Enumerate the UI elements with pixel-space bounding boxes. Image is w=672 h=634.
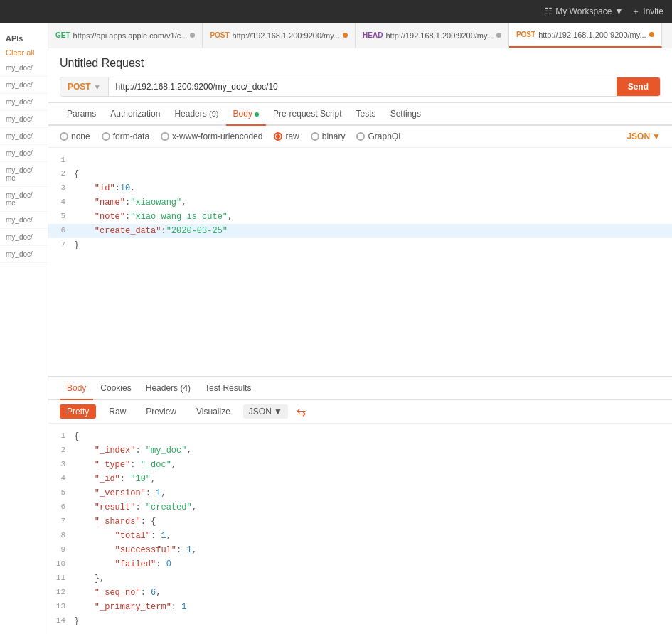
code-line: 12 "_seq_no": 6, (48, 586, 672, 600)
tab-authorization[interactable]: Authorization (103, 103, 167, 124)
invite-label[interactable]: ＋ Invite (631, 6, 663, 18)
invite-plus-icon: ＋ (631, 6, 640, 18)
method-label: POST (68, 82, 91, 92)
response-json-label: JSON (249, 407, 272, 417)
response-tabs: Body Cookies Headers (4) Test Results (48, 377, 672, 400)
code-line: 5 "_version": 1, (48, 486, 672, 500)
tab-get[interactable]: GET https://api.apps.apple.com/v1/c... (48, 23, 203, 48)
list-item[interactable]: my_doc/ (0, 246, 48, 263)
tab-post-2[interactable]: POST http://192.168.1.200:9200/my... (509, 23, 662, 48)
tab-method-post1: POST (210, 31, 229, 39)
send-button[interactable]: Send (617, 77, 660, 96)
tab-method-get: GET (55, 31, 70, 39)
code-line: 2 { (48, 167, 672, 181)
code-line: 2 "_index": "my_doc", (48, 444, 672, 458)
response-json-dropdown[interactable]: JSON ▼ (243, 404, 288, 419)
code-line: 1 (48, 154, 672, 167)
list-item[interactable]: my_doc/ (0, 212, 48, 229)
tab-dot-head (496, 33, 501, 38)
method-dropdown[interactable]: POST ▼ (60, 77, 109, 96)
sub-tabs: Params Authorization Headers (9) Body Pr… (48, 103, 672, 126)
response-code-editor: 1 { 2 "_index": "my_doc", 3 "_type": "_d… (48, 424, 672, 634)
tab-method-post2: POST (516, 31, 535, 38)
list-item[interactable]: my_doc/ (0, 229, 48, 246)
tab-head[interactable]: HEAD http://192.168.1.200:9200/my... (356, 23, 509, 48)
tab-url-head: http://192.168.1.200:9200/my... (385, 31, 493, 40)
radio-circle-raw (274, 132, 282, 141)
main-area: GET https://api.apps.apple.com/v1/c... P… (48, 23, 672, 634)
radio-circle-form-data (102, 132, 110, 141)
radio-urlencoded[interactable]: x-www-form-urlencoded (161, 131, 262, 141)
request-code-editor: 1 2 { 3 "id":10, 4 "name":"xiaowang", (48, 148, 672, 377)
code-line: 7 } (48, 238, 672, 252)
code-line: 4 "_id": "10", (48, 472, 672, 486)
response-section: Body Cookies Headers (4) Test Results Pr… (48, 377, 672, 634)
response-tab-test-results[interactable]: Test Results (198, 377, 258, 399)
app-layout: APIs Clear all my_doc/ my_doc/ my_doc/ m… (0, 23, 672, 634)
code-line: 10 "failed": 0 (48, 557, 672, 571)
code-line: 11 }, (48, 571, 672, 586)
json-format-chevron-icon: ▼ (652, 131, 661, 141)
url-input[interactable] (109, 77, 617, 96)
code-line: 6 "result": "created", (48, 500, 672, 515)
code-line: 5 "note":"xiao wang is cute", (48, 210, 672, 224)
tab-headers[interactable]: Headers (9) (167, 103, 225, 124)
sidebar-apis-label: APIs (0, 28, 48, 45)
response-raw-button[interactable]: Raw (102, 404, 133, 419)
code-line: 13 "_primary_term": 1 (48, 600, 672, 614)
radio-circle-urlencoded (161, 132, 169, 141)
radio-circle-graphql (356, 132, 365, 141)
radio-circle-none (60, 132, 68, 141)
code-line: 4 "name":"xiaowang", (48, 195, 672, 210)
response-json-chevron-icon: ▼ (274, 407, 282, 417)
radio-circle-binary (311, 132, 319, 141)
tab-url-get: https://api.apps.apple.com/v1/c... (73, 31, 188, 40)
response-options: Pretty Raw Preview Visualize JSON ▼ ⇆ (48, 400, 672, 424)
radio-form-data[interactable]: form-data (102, 131, 149, 141)
tab-url-post2: http://192.168.1.200:9200/my... (538, 31, 646, 39)
tab-method-head: HEAD (363, 31, 383, 39)
radio-graphql[interactable]: GraphQL (356, 131, 402, 141)
response-preview-button[interactable]: Preview (139, 404, 183, 419)
list-item[interactable]: my_doc/me (0, 162, 48, 187)
tab-pre-request[interactable]: Pre-request Script (266, 103, 349, 124)
radio-none[interactable]: none (60, 131, 90, 141)
response-wrap-icon[interactable]: ⇆ (297, 405, 306, 419)
radio-raw[interactable]: raw (274, 131, 299, 141)
request-url-bar: POST ▼ Send (60, 77, 661, 97)
code-line: 1 { (48, 429, 672, 444)
method-chevron-icon: ▼ (94, 83, 101, 91)
list-item[interactable]: my_doc/ (0, 128, 48, 145)
request-title: Untitled Request (60, 57, 661, 70)
code-line: 9 "successful": 1, (48, 543, 672, 557)
tab-body[interactable]: Body (226, 103, 266, 126)
json-format-label: JSON (626, 131, 650, 141)
radio-binary[interactable]: binary (311, 131, 346, 141)
list-item[interactable]: my_doc/me (0, 187, 48, 212)
body-options: none form-data x-www-form-urlencoded raw… (48, 126, 672, 148)
tab-dot-post2 (649, 32, 654, 37)
list-item[interactable]: my_doc/ (0, 60, 48, 77)
tab-dot-post1 (343, 33, 348, 38)
response-visualize-button[interactable]: Visualize (189, 404, 238, 419)
tab-post-1[interactable]: POST http://192.168.1.200:9200/my... (203, 23, 356, 48)
top-bar: ☷ My Workspace ▼ ＋ Invite (0, 0, 672, 23)
list-item[interactable]: my_doc/ (0, 145, 48, 162)
response-pretty-button[interactable]: Pretty (60, 404, 96, 419)
workspace-chevron-icon: ▼ (614, 6, 623, 16)
response-tab-cookies[interactable]: Cookies (93, 377, 138, 399)
code-line: 8 "total": 1, (48, 529, 672, 543)
list-item[interactable]: my_doc/ (0, 94, 48, 111)
list-item[interactable]: my_doc/ (0, 77, 48, 94)
code-line: 14 } (48, 614, 672, 628)
tabs-bar: GET https://api.apps.apple.com/v1/c... P… (48, 23, 672, 48)
list-item[interactable]: my_doc/ (0, 111, 48, 128)
sidebar-clear-all-button[interactable]: Clear all (0, 45, 48, 60)
tab-params[interactable]: Params (60, 103, 103, 124)
tab-tests[interactable]: Tests (349, 103, 383, 124)
request-area: Untitled Request POST ▼ Send (48, 48, 672, 103)
json-format-dropdown[interactable]: JSON ▼ (626, 131, 661, 141)
response-tab-headers[interactable]: Headers (4) (139, 377, 198, 399)
tab-settings[interactable]: Settings (383, 103, 428, 124)
response-tab-body[interactable]: Body (60, 377, 93, 400)
